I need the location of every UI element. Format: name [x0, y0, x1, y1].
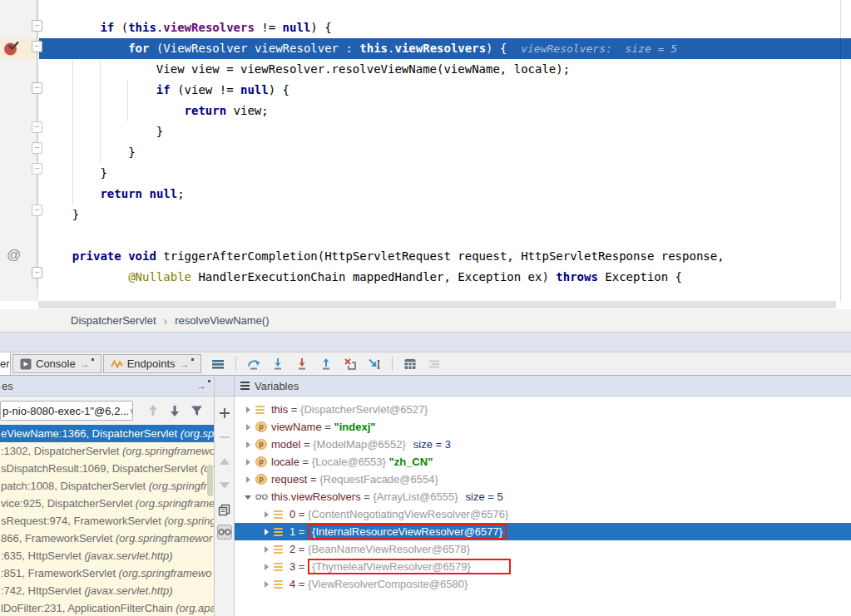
- toolbar-separator: [235, 357, 236, 371]
- editor-hscrollbar[interactable]: [0, 301, 851, 309]
- fold-marker-icon[interactable]: [32, 142, 42, 154]
- variable-row[interactable]: 4 = {ViewResolverComposite@6580}: [235, 575, 851, 593]
- equals-sign: =: [361, 490, 374, 503]
- variable-row[interactable]: pviewName = "indexj": [235, 418, 851, 436]
- chevron-right-icon[interactable]: [261, 526, 272, 537]
- code-line: if (this.viewResolvers != null) {: [39, 17, 851, 38]
- equals-sign: =: [288, 403, 300, 416]
- tab-endpoints[interactable]: Endpoints →: [103, 354, 201, 373]
- variable-name: 0: [289, 508, 295, 520]
- chevron-right-icon[interactable]: [243, 404, 254, 415]
- fold-marker-icon[interactable]: [32, 82, 42, 94]
- stack-frame-row[interactable]: patch:1008, DispatcherServlet (org.sprin…: [0, 477, 214, 495]
- frame-up-icon[interactable]: [147, 404, 159, 417]
- run-to-cursor-icon[interactable]: [368, 357, 381, 371]
- stack-frame-row[interactable]: eViewName:1366, DispatcherServlet (org.s…: [0, 425, 214, 442]
- drop-frame-icon[interactable]: [344, 357, 357, 371]
- evaluate-expression-icon[interactable]: [403, 357, 417, 371]
- code-line: }: [39, 121, 851, 142]
- code-editor[interactable]: @ if (this.viewResolvers != null) { for …: [0, 0, 851, 301]
- frames-scrollbar-thumb[interactable]: [207, 465, 213, 496]
- variables-panel-header: Variables: [235, 376, 851, 397]
- filter-frames-icon[interactable]: [190, 405, 203, 416]
- equals-sign: =: [299, 456, 312, 468]
- tab-endpoints-label: Endpoints: [127, 357, 176, 370]
- variable-name: locale: [271, 456, 299, 468]
- variable-name: request: [271, 473, 307, 485]
- variable-row[interactable]: 1 = {InternalResourceViewResolver@6577}: [235, 523, 851, 540]
- variable-name: 3: [289, 560, 295, 573]
- stack-frame-row[interactable]: :742, HttpServlet (javax.servlet.http): [0, 582, 214, 599]
- chevron-right-icon[interactable]: [243, 421, 254, 432]
- force-step-into-icon[interactable]: [295, 357, 309, 371]
- stack-frame-row[interactable]: sRequest:974, FrameworkServlet (org.spri…: [0, 512, 214, 530]
- stack-frame-row[interactable]: :1302, DispatcherServlet (org.springfram…: [0, 442, 214, 460]
- fold-marker-icon[interactable]: [32, 20, 42, 32]
- fold-marker-icon[interactable]: [32, 41, 42, 52]
- add-watch-icon[interactable]: [217, 406, 232, 421]
- breakpoint-hit-icon[interactable]: [2, 39, 21, 57]
- debug-tabs-row: er Console → Endpoints →: [0, 352, 851, 376]
- menu-icon[interactable]: [211, 357, 225, 371]
- show-watches-icon[interactable]: [217, 525, 232, 540]
- tab-console-label: Console: [36, 357, 76, 370]
- step-into-icon[interactable]: [271, 357, 284, 371]
- chevron-right-icon[interactable]: [243, 474, 254, 485]
- breadcrumb-method[interactable]: resolveViewName(): [175, 314, 269, 327]
- variable-row[interactable]: prequest = {RequestFacade@6554}: [235, 471, 851, 488]
- variable-row[interactable]: pmodel = {ModelMap@6552}size = 3: [235, 436, 851, 453]
- code-line: return null;: [39, 184, 851, 205]
- stack-frame-row[interactable]: :635, HttpServlet (javax.servlet.http): [0, 547, 214, 564]
- fold-marker-icon[interactable]: [32, 205, 42, 216]
- layout-settings-icon[interactable]: [428, 357, 441, 371]
- stack-frame-row[interactable]: lDoFilter:231, ApplicationFilterChain (o…: [0, 599, 214, 616]
- breadcrumb-class[interactable]: DispatcherServlet: [71, 314, 156, 327]
- chevron-right-icon[interactable]: [261, 561, 272, 572]
- duplicate-watch-icon[interactable]: [217, 502, 232, 517]
- tab-console[interactable]: Console →: [12, 354, 101, 373]
- fold-marker-icon[interactable]: [32, 163, 42, 175]
- stack-frame-row[interactable]: vice:925, DispatcherServlet (org.springf…: [0, 495, 214, 512]
- move-watch-up-icon[interactable]: [217, 454, 232, 469]
- chevron-right-icon[interactable]: [261, 509, 272, 520]
- collection-size: size = 3: [413, 438, 451, 451]
- stack-frame-row[interactable]: :851, FrameworkServlet (org.springframew…: [0, 564, 214, 582]
- breadcrumb: DispatcherServlet › resolveViewName(): [0, 309, 851, 333]
- watches-toolbar-header-cap: [215, 376, 234, 397]
- right-margin-guide: [840, 0, 841, 301]
- code-area: if (this.viewResolvers != null) { for (V…: [39, 17, 851, 288]
- variables-menu-icon[interactable]: [240, 382, 250, 390]
- variable-row[interactable]: 3 = {ThymeleafViewResolver@6579}: [235, 558, 851, 575]
- fold-marker-icon[interactable]: [32, 121, 42, 133]
- collection-size: size = 5: [466, 490, 503, 503]
- variable-row[interactable]: this.viewResolvers = {ArrayList@6555}siz…: [235, 488, 851, 505]
- chevron-right-icon[interactable]: [243, 439, 254, 450]
- chevron-right-icon[interactable]: [243, 456, 254, 467]
- variable-row[interactable]: plocale = {Locale@6553} "zh_CN": [235, 453, 851, 471]
- stack-frame-row[interactable]: sDispatchResult:1069, DispatcherServlet …: [0, 460, 214, 477]
- variable-row[interactable]: 0 = {ContentNegotiatingViewResolver@6576…: [235, 505, 851, 523]
- move-watch-down-icon[interactable]: [217, 478, 232, 493]
- fold-marker-icon[interactable]: [32, 267, 42, 278]
- variable-value: {DispatcherServlet@6527}: [300, 403, 428, 416]
- chevron-down-icon[interactable]: [243, 491, 254, 502]
- step-over-icon[interactable]: [247, 357, 260, 371]
- tab-debugger-partial[interactable]: er: [0, 352, 11, 375]
- frames-tab-label[interactable]: es: [2, 380, 13, 392]
- variable-name: 2: [289, 543, 295, 555]
- execution-line: for (ViewResolver viewResolver : this.vi…: [39, 38, 851, 59]
- thread-dropdown-value: p-nio-8080-exec-1"@6,2...: [2, 405, 129, 417]
- variable-row[interactable]: 2 = {BeanNameViewResolver@6578}: [235, 540, 851, 558]
- stack-frame-row[interactable]: 866, FrameworkServlet (org.springframewo…: [0, 530, 214, 547]
- hscrollbar-track[interactable]: [38, 301, 836, 308]
- variable-name: 4: [289, 578, 295, 590]
- chevron-right-icon[interactable]: [261, 544, 272, 554]
- frame-down-icon[interactable]: [169, 404, 181, 417]
- thread-dropdown[interactable]: p-nio-8080-exec-1"@6,2... ∨: [0, 401, 133, 421]
- variable-value: {BeanNameViewResolver@6578}: [308, 543, 470, 555]
- chevron-right-icon[interactable]: [261, 579, 272, 589]
- remove-watch-icon[interactable]: [217, 430, 232, 445]
- step-out-icon[interactable]: [319, 357, 333, 371]
- variable-row[interactable]: this = {DispatcherServlet@6527}: [235, 401, 851, 418]
- code-line: [39, 225, 851, 246]
